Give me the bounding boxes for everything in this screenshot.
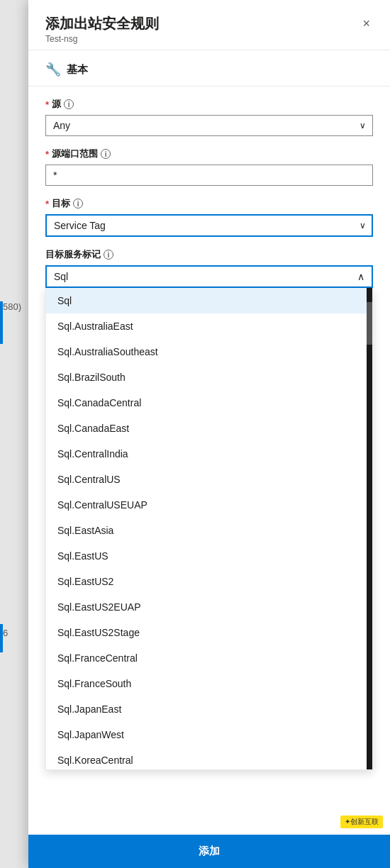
destination-label: * 目标 i xyxy=(45,197,373,210)
dropdown-item[interactable]: Sql.JapanEast xyxy=(46,696,372,722)
wrench-icon: 🔧 xyxy=(45,62,61,77)
dropdown-item[interactable]: Sql.FranceCentral xyxy=(46,645,372,671)
dialog-title-block: 添加出站安全规则 Test-nsg xyxy=(45,14,159,44)
source-port-label-text: 源端口范围 xyxy=(52,148,98,160)
dest-service-tag-dropdown-header[interactable]: Sql ∧ xyxy=(45,265,373,288)
dropdown-item[interactable]: Sql.CentralIndia xyxy=(46,441,372,467)
dest-service-tag-label: 目标服务标记 i xyxy=(45,248,373,261)
dest-service-tag-group: 目标服务标记 i Sql ∧ SqlSql.AustraliaEastSql.A… xyxy=(45,248,373,770)
dropdown-item[interactable]: Sql.CanadaEast xyxy=(46,416,372,441)
dest-service-tag-dropdown-list: SqlSql.AustraliaEastSql.AustraliaSouthea… xyxy=(45,288,373,770)
add-button[interactable]: 添加 xyxy=(28,835,390,868)
source-port-label: * 源端口范围 i xyxy=(45,148,373,160)
dropdown-item[interactable]: Sql.CanadaCentral xyxy=(46,390,372,416)
destination-required-star: * xyxy=(45,199,49,209)
dest-service-tag-label-text: 目标服务标记 xyxy=(45,248,101,261)
dropdown-item[interactable]: Sql.EastUS2Stage xyxy=(46,620,372,645)
destination-group: * 目标 i Service Tag ∨ xyxy=(45,197,373,237)
source-select[interactable]: Any xyxy=(45,115,373,136)
destination-select-wrapper: Service Tag ∨ xyxy=(45,214,373,237)
dropdown-item[interactable]: Sql.CentralUS xyxy=(46,467,372,492)
dropdown-item[interactable]: Sql.JapanWest xyxy=(46,722,372,747)
scrollbar-track xyxy=(367,288,372,769)
source-port-group: * 源端口范围 i xyxy=(45,148,373,186)
dropdown-items-container: SqlSql.AustraliaEastSql.AustraliaSouthea… xyxy=(46,288,372,770)
dialog-subtitle: Test-nsg xyxy=(45,34,159,44)
source-label: * 源 i xyxy=(45,98,373,111)
dest-service-tag-info-icon[interactable]: i xyxy=(104,250,113,260)
dest-service-tag-chevron-up-icon: ∧ xyxy=(357,271,364,282)
sidebar-number-2: 6 xyxy=(3,628,8,638)
dest-service-tag-selected-value: Sql xyxy=(54,271,68,282)
dialog-header: 添加出站安全规则 Test-nsg × xyxy=(28,0,390,50)
section-header: 🔧 基本 xyxy=(28,50,390,87)
dropdown-item[interactable]: Sql.EastUS xyxy=(46,543,372,569)
dropdown-item[interactable]: Sql.AustraliaSoutheast xyxy=(46,339,372,365)
source-port-input[interactable] xyxy=(45,165,373,186)
source-required-star: * xyxy=(45,99,49,110)
source-label-text: 源 xyxy=(52,98,61,111)
destination-select[interactable]: Service Tag xyxy=(45,214,373,237)
watermark: ✦创新互联 xyxy=(340,816,383,828)
dropdown-item[interactable]: Sql.AustraliaEast xyxy=(46,313,372,339)
close-button[interactable]: × xyxy=(360,14,373,33)
destination-label-text: 目标 xyxy=(52,197,70,210)
dropdown-item[interactable]: Sql.EastAsia xyxy=(46,518,372,543)
dropdown-item[interactable]: Sql.FranceSouth xyxy=(46,671,372,696)
form-body: * 源 i Any ∨ * 源端口范围 i * 目标 xyxy=(28,87,390,868)
dropdown-item[interactable]: Sql.EastUS2 xyxy=(46,569,372,594)
dialog-panel: 添加出站安全规则 Test-nsg × 🔧 基本 * 源 i Any ∨ xyxy=(28,0,390,868)
scrollbar-thumb[interactable] xyxy=(367,302,372,345)
source-port-info-icon[interactable]: i xyxy=(101,149,111,159)
dropdown-item[interactable]: Sql.EastUS2EUAP xyxy=(46,594,372,620)
destination-info-icon[interactable]: i xyxy=(73,199,83,208)
section-title: 基本 xyxy=(67,63,88,77)
dropdown-item[interactable]: Sql.CentralUSEUAP xyxy=(46,492,372,518)
sidebar-number-1: 580) xyxy=(3,301,21,312)
source-select-wrapper: Any ∨ xyxy=(45,115,373,136)
source-port-required-star: * xyxy=(45,149,49,160)
source-info-icon[interactable]: i xyxy=(64,99,74,109)
dropdown-item[interactable]: Sql.KoreaCentral xyxy=(46,747,372,770)
source-group: * 源 i Any ∨ xyxy=(45,98,373,136)
dropdown-item[interactable]: Sql xyxy=(46,288,372,313)
dropdown-item[interactable]: Sql.BrazilSouth xyxy=(46,365,372,390)
dialog-title: 添加出站安全规则 xyxy=(45,14,159,33)
